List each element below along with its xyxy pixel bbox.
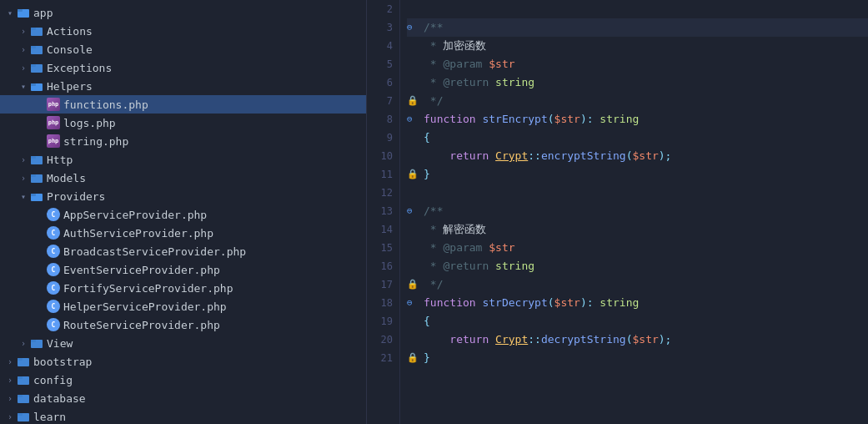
code-line-19: { — [407, 312, 868, 331]
svg-rect-13 — [31, 174, 36, 177]
sidebar-item-console[interactable]: Console — [0, 40, 366, 58]
file-tree[interactable]: app Actions Console Exceptions Helpers p… — [0, 0, 367, 424]
folder-icon — [17, 391, 30, 405]
item-label: HelperServiceProvider.php — [63, 300, 227, 313]
arrow-icon — [17, 63, 30, 73]
sidebar-item-auth-service-provider[interactable]: C AuthServiceProvider.php — [0, 224, 366, 242]
sidebar-item-view[interactable]: View — [0, 334, 366, 352]
item-label: config — [33, 374, 73, 386]
code-line-18: ⊖ function strDecrypt($str): string — [407, 294, 868, 312]
svg-rect-7 — [31, 64, 36, 67]
sidebar-item-providers[interactable]: Providers — [0, 187, 366, 205]
svg-rect-9 — [31, 83, 36, 86]
folder-open-icon — [30, 189, 43, 203]
sidebar-item-event-service-provider[interactable]: C EventServiceProvider.php — [0, 260, 366, 279]
php-class-icon: C — [47, 245, 60, 258]
sidebar-item-helper-service-provider[interactable]: C HelperServiceProvider.php — [0, 297, 366, 315]
php-file-icon: php — [47, 134, 60, 148]
sidebar-item-broadcast-service-provider[interactable]: C BroadcastServiceProvider.php — [0, 242, 366, 260]
folder-icon — [30, 171, 43, 184]
sidebar-item-fortify-service-provider[interactable]: C FortifyServiceProvider.php — [0, 279, 366, 297]
svg-rect-19 — [18, 358, 23, 361]
code-line-3: ⊖ /** — [407, 18, 868, 37]
svg-rect-21 — [18, 376, 23, 379]
item-label: learn — [33, 411, 66, 423]
code-line-4: * 加密函数 — [407, 37, 868, 55]
folder-icon — [30, 153, 43, 166]
arrow-icon — [17, 339, 30, 348]
arrow-icon — [17, 155, 30, 164]
sidebar-item-database[interactable]: database — [0, 389, 366, 407]
sidebar-item-string-php[interactable]: php string.php — [0, 132, 366, 150]
svg-rect-17 — [31, 340, 36, 342]
php-class-icon: C — [47, 318, 60, 331]
code-line-20: return Crypt::decryptString($str); — [407, 331, 868, 349]
php-class-icon: C — [47, 263, 60, 276]
fold-icon: ⊖ — [407, 18, 424, 37]
sidebar-item-models[interactable]: Models — [0, 169, 366, 187]
arrow-icon — [3, 8, 17, 18]
folder-icon — [30, 336, 43, 350]
php-class-icon: C — [47, 300, 60, 313]
code-line-17: 🔒 */ — [407, 275, 868, 294]
item-label: Console — [47, 43, 93, 56]
arrow-icon — [3, 412, 17, 421]
item-label: functions.php — [63, 98, 148, 111]
php-class-icon: C — [47, 281, 60, 295]
sidebar-item-app[interactable]: app — [0, 3, 366, 22]
code-line-13: ⊖ /** — [407, 202, 868, 220]
folder-icon — [17, 410, 30, 423]
folder-icon — [17, 355, 30, 368]
item-label: Models — [47, 172, 86, 184]
svg-rect-3 — [31, 28, 36, 30]
svg-rect-25 — [18, 413, 23, 416]
svg-rect-1 — [18, 9, 23, 12]
fold-icon: 🔒 — [407, 165, 424, 184]
code-line-5: * @param $str — [407, 55, 868, 73]
arrow-icon — [17, 27, 30, 36]
item-label: AuthServiceProvider.php — [63, 227, 213, 240]
fold-icon: ⊖ — [407, 202, 424, 220]
folder-icon — [30, 61, 43, 74]
fold-icon: ⊖ — [407, 294, 424, 312]
code-editor[interactable]: 2 3 4 5 6 7 8 9 10 11 12 13 14 15 16 17 … — [367, 0, 868, 424]
arrow-icon — [17, 45, 30, 54]
item-label: EventServiceProvider.php — [63, 264, 220, 276]
item-label: app — [33, 7, 53, 19]
php-class-icon: C — [47, 226, 60, 240]
fold-icon: 🔒 — [407, 92, 424, 110]
fold-icon: 🔒 — [407, 275, 424, 294]
arrow-icon — [3, 357, 17, 366]
sidebar-item-config[interactable]: config — [0, 371, 366, 389]
line-numbers: 2 3 4 5 6 7 8 9 10 11 12 13 14 15 16 17 … — [367, 0, 400, 424]
sidebar-item-functions-php[interactable]: php functions.php — [0, 95, 366, 114]
sidebar-item-bootstrap[interactable]: bootstrap — [0, 352, 366, 371]
arrow-icon — [3, 376, 17, 385]
code-line-12 — [407, 184, 868, 202]
code-line-8: ⊖ function strEncrypt($str): string — [407, 110, 868, 129]
folder-icon — [30, 24, 43, 38]
item-label: Actions — [47, 25, 93, 38]
item-label: FortifyServiceProvider.php — [63, 282, 233, 295]
sidebar-item-app-service-provider[interactable]: C AppServiceProvider.php — [0, 205, 366, 224]
arrow-icon — [17, 174, 30, 183]
arrow-icon — [17, 192, 30, 201]
item-label: AppServiceProvider.php — [63, 209, 207, 221]
sidebar-item-logs-php[interactable]: php logs.php — [0, 114, 366, 132]
sidebar-item-http[interactable]: Http — [0, 150, 366, 169]
svg-rect-23 — [18, 395, 23, 397]
item-label: Providers — [47, 190, 105, 203]
folder-icon — [30, 43, 43, 56]
php-file-icon: php — [47, 116, 60, 129]
sidebar-item-exceptions[interactable]: Exceptions — [0, 58, 366, 77]
sidebar-item-learn[interactable]: learn — [0, 407, 366, 424]
php-class-icon: C — [47, 208, 60, 221]
sidebar-item-actions[interactable]: Actions — [0, 22, 366, 40]
code-line-10: return Crypt::encryptString($str); — [407, 147, 868, 165]
item-label: Http — [47, 154, 73, 166]
sidebar-item-helpers[interactable]: Helpers — [0, 77, 366, 95]
code-line-15: * @param $str — [407, 239, 868, 257]
fold-icon: ⊖ — [407, 110, 424, 129]
sidebar-item-route-service-provider[interactable]: C RouteServiceProvider.php — [0, 315, 366, 334]
fold-icon: 🔒 — [407, 349, 424, 367]
